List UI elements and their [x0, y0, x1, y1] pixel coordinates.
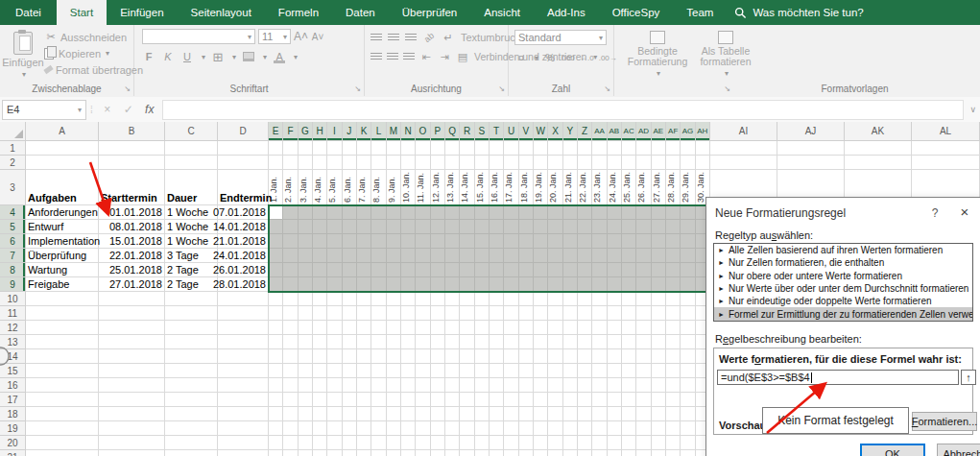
cell-Q18[interactable]: [445, 407, 460, 421]
cell-D7[interactable]: 24.01.2018: [218, 249, 269, 263]
cell-K6[interactable]: [357, 234, 371, 249]
cell-J7[interactable]: [343, 249, 357, 263]
cell-T8[interactable]: [490, 263, 504, 277]
cell-S20[interactable]: [475, 436, 490, 450]
col-header-E[interactable]: E: [269, 122, 283, 141]
cell-F14[interactable]: [283, 349, 298, 364]
cell-X6[interactable]: [548, 234, 562, 249]
cell-S21[interactable]: [475, 450, 490, 456]
cell-S2[interactable]: [475, 156, 490, 170]
cell-D2[interactable]: [218, 156, 269, 170]
cell-K7[interactable]: [357, 249, 371, 263]
cell-B9[interactable]: 27.01.2018: [99, 277, 165, 292]
col-header-X[interactable]: X: [548, 122, 562, 141]
cell-H7[interactable]: [313, 249, 327, 263]
col-header-D[interactable]: D: [218, 122, 269, 141]
cell-F9[interactable]: [283, 277, 298, 292]
cell-P15[interactable]: [431, 364, 445, 378]
cell-AC4[interactable]: [622, 205, 636, 220]
cell-P11[interactable]: [431, 306, 445, 321]
col-header-AG[interactable]: AG: [681, 122, 695, 141]
cell-Y10[interactable]: [563, 292, 578, 306]
cell-AF19[interactable]: [666, 421, 681, 436]
cell-AG7[interactable]: [681, 249, 695, 263]
cell-C21[interactable]: [165, 450, 218, 456]
cell-B18[interactable]: [99, 407, 165, 421]
cell-V18[interactable]: [519, 407, 534, 421]
cell-V16[interactable]: [519, 378, 534, 393]
cell-N17[interactable]: [401, 393, 416, 407]
cell-O14[interactable]: [416, 349, 430, 364]
cell-X12[interactable]: [548, 321, 562, 335]
cell-S19[interactable]: [475, 421, 490, 436]
cell-D9[interactable]: 28.01.2018: [218, 277, 269, 292]
cell-J18[interactable]: [343, 407, 357, 421]
cell-F15[interactable]: [283, 364, 298, 378]
cell-A2[interactable]: [26, 156, 99, 170]
cell-N16[interactable]: [401, 378, 416, 393]
tab-einfügen[interactable]: Einfügen: [107, 0, 177, 25]
cell-C1[interactable]: [165, 141, 218, 156]
rule-type-item[interactable]: ►Nur eindeutige oder doppelte Werte form…: [714, 295, 972, 307]
tab-start[interactable]: Start: [57, 0, 107, 25]
cell-U11[interactable]: [504, 306, 518, 321]
name-box[interactable]: E4 ▾: [2, 100, 86, 120]
cell-Q6[interactable]: [445, 234, 460, 249]
tab-officespy[interactable]: OfficeSpy: [599, 0, 674, 25]
cell-Z4[interactable]: [578, 205, 592, 220]
tab-überprüfen[interactable]: Überprüfen: [389, 0, 471, 25]
row-header-9[interactable]: 9: [0, 277, 26, 292]
cell-AD14[interactable]: [636, 349, 651, 364]
cell-B8[interactable]: 25.01.2018: [99, 263, 165, 277]
copy-button[interactable]: Kopieren ▾: [44, 45, 143, 61]
cell-Q10[interactable]: [445, 292, 460, 306]
align-center-icon[interactable]: [387, 53, 398, 61]
cell-AC19[interactable]: [622, 421, 636, 436]
cancel-entry-icon[interactable]: ×: [97, 103, 118, 116]
cell-B3[interactable]: Starttermin: [99, 170, 165, 205]
cell-AE2[interactable]: [652, 156, 666, 170]
cell-N1[interactable]: [401, 141, 416, 156]
cell-C10[interactable]: [165, 292, 218, 306]
col-header-H[interactable]: H: [313, 122, 327, 141]
cell-I1[interactable]: [327, 141, 342, 156]
cell-A10[interactable]: [26, 292, 99, 306]
cell-I13[interactable]: [327, 335, 342, 349]
decrease-indent-icon[interactable]: ⇤: [419, 50, 433, 63]
cell-X21[interactable]: [548, 450, 562, 456]
cell-S6[interactable]: [475, 234, 490, 249]
col-header-AL[interactable]: AL: [912, 122, 980, 141]
cell-M4[interactable]: [387, 205, 401, 220]
cell-AF10[interactable]: [666, 292, 681, 306]
cell-Q7[interactable]: [445, 249, 460, 263]
cell-AE20[interactable]: [652, 436, 666, 450]
cell-AA4[interactable]: [592, 205, 607, 220]
col-header-N[interactable]: N: [401, 122, 416, 141]
row-header-14[interactable]: 14: [0, 349, 26, 364]
cell-P13[interactable]: [431, 335, 445, 349]
cell-W2[interactable]: [534, 156, 548, 170]
cell-U7[interactable]: [504, 249, 518, 263]
cell-H12[interactable]: [313, 321, 327, 335]
cell-AF16[interactable]: [666, 378, 681, 393]
cell-L1[interactable]: [371, 141, 386, 156]
font-color-icon[interactable]: A: [273, 50, 286, 63]
cell-AL1[interactable]: [912, 141, 980, 156]
cell-I20[interactable]: [327, 436, 342, 450]
cell-X9[interactable]: [548, 277, 562, 292]
cell-Q5[interactable]: [445, 220, 460, 234]
cell-T21[interactable]: [490, 450, 504, 456]
cell-AE18[interactable]: [652, 407, 666, 421]
tab-add-ins[interactable]: Add-Ins: [534, 0, 599, 25]
cell-R18[interactable]: [460, 407, 474, 421]
cell-W10[interactable]: [534, 292, 548, 306]
cell-AL2[interactable]: [912, 156, 980, 170]
grow-font-icon[interactable]: A˄: [294, 30, 308, 43]
cell-AE4[interactable]: [652, 205, 666, 220]
cell-S16[interactable]: [475, 378, 490, 393]
cell-W6[interactable]: [534, 234, 548, 249]
dialog-launcher-icon[interactable]: ↘: [124, 84, 131, 93]
cell-A12[interactable]: [26, 321, 99, 335]
cell-V15[interactable]: [519, 364, 534, 378]
cell-N3[interactable]: 10. Jan.: [401, 170, 416, 205]
